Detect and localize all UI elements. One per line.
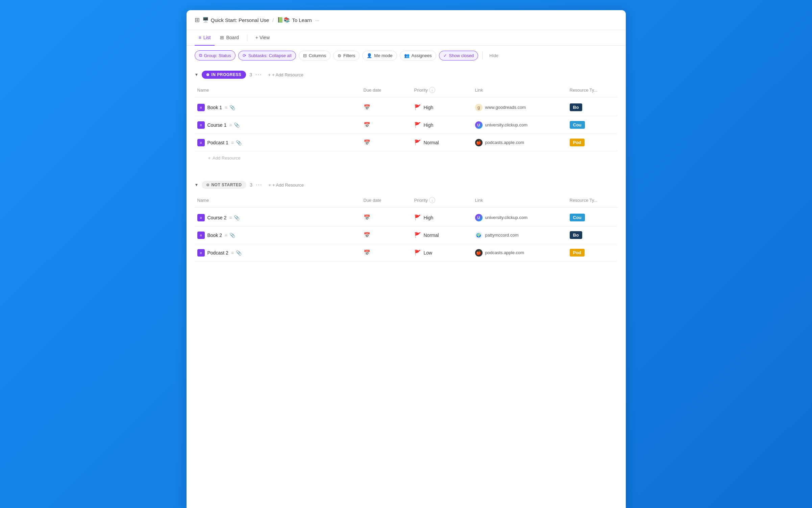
cell-name-course2: ≡ Course 2 ≡ 📎: [195, 211, 361, 224]
group-status-icon: ⧉: [199, 53, 202, 58]
more-options-icon[interactable]: ···: [315, 17, 320, 23]
link-icon-book2: 🌍: [475, 232, 483, 239]
subtasks-label: Subtasks: Collapse all: [248, 53, 292, 58]
section-in-progress-toggle[interactable]: ▼: [195, 72, 199, 77]
due-date-icon-book2[interactable]: 📅: [364, 232, 370, 238]
task-menu-icon[interactable]: ≡: [229, 215, 232, 220]
due-date-icon-course2[interactable]: 📅: [364, 214, 370, 221]
task-name-book1[interactable]: Book 1: [207, 105, 222, 110]
section-not-started-toggle[interactable]: ▼: [195, 183, 199, 187]
task-menu-icon[interactable]: ≡: [225, 105, 227, 110]
group-status-button[interactable]: ⧉ Group: Status: [195, 50, 236, 61]
task-menu-icon[interactable]: ≡: [225, 233, 227, 238]
priority-text-podcast2[interactable]: Low: [424, 250, 433, 256]
cell-priority-podcast1: 🚩 Normal: [412, 137, 472, 148]
add-resource-in-progress-row[interactable]: + Add Resource: [195, 151, 618, 162]
resource-type-badge-course1: Cou: [570, 121, 585, 129]
link-url-course1[interactable]: university.clickup.com: [485, 122, 527, 127]
add-view-label: + View: [255, 35, 270, 40]
tab-divider: [247, 34, 247, 41]
titlebar: ⊞ 🖥️ Quick Start: Personal Use / 📗📚 To L…: [187, 10, 626, 30]
col-priority-label: Priority: [414, 88, 428, 93]
hide-button[interactable]: Hide: [487, 51, 501, 60]
task-attach-icon[interactable]: 📎: [229, 105, 235, 110]
cell-name-course1: ≡ Course 1 ≡ 📎: [195, 119, 361, 131]
task-menu-icon[interactable]: ≡: [229, 122, 232, 128]
table-row: ≡ Podcast 1 ≡ 📎 📅 🚩 Normal 🍎 podcast: [195, 134, 618, 151]
assignees-button[interactable]: 👥 Assignees: [400, 51, 436, 61]
cell-priority-book1: 🚩 High: [412, 101, 472, 113]
priority-text-course1[interactable]: High: [424, 122, 434, 128]
columns-button[interactable]: ⊟ Columns: [299, 51, 330, 61]
due-date-icon-podcast1[interactable]: 📅: [364, 139, 370, 146]
add-view-button[interactable]: + View: [251, 30, 274, 46]
priority-text-course2[interactable]: High: [424, 215, 434, 220]
cell-due-date-book1[interactable]: 📅: [361, 101, 412, 113]
breadcrumb1-label[interactable]: Quick Start: Personal Use: [211, 17, 269, 23]
table-row: ≡ Course 1 ≡ 📎 📅 🚩 High U university.: [195, 116, 618, 134]
show-closed-button[interactable]: ✓ Show closed: [439, 51, 478, 61]
task-name-podcast1[interactable]: Podcast 1: [207, 140, 228, 145]
cell-due-date-podcast1[interactable]: 📅: [361, 137, 412, 148]
col-header-priority2[interactable]: Priority ↓: [412, 196, 472, 204]
col-priority-label2: Priority: [414, 198, 428, 203]
assignees-icon: 👥: [404, 53, 410, 58]
col-header-priority[interactable]: Priority ↓: [412, 86, 472, 94]
link-url-book1[interactable]: www.goodreads.com: [485, 105, 526, 110]
table-row: ≡ Book 1 ≡ 📎 📅 🚩 High g www.goodreads: [195, 99, 618, 116]
link-url-podcast1[interactable]: podcasts.apple.com: [485, 140, 524, 145]
link-url-book2[interactable]: pattymccord.com: [485, 233, 519, 238]
due-date-icon-course1[interactable]: 📅: [364, 122, 370, 128]
priority-text-podcast1[interactable]: Normal: [424, 140, 439, 145]
task-name-book2[interactable]: Book 2: [207, 233, 222, 238]
due-date-icon-book1[interactable]: 📅: [364, 104, 370, 111]
priority-text-book1[interactable]: High: [424, 105, 434, 110]
col-due-date-label: Due date: [364, 88, 382, 93]
section-in-progress: ▼ IN PROGRESS 3 ··· + + Add Resource Nam…: [195, 65, 618, 162]
priority-sort-icon[interactable]: ↓: [429, 87, 435, 93]
task-name-podcast2[interactable]: Podcast 2: [207, 250, 228, 256]
due-date-icon-podcast2[interactable]: 📅: [364, 249, 370, 256]
col-header-resource-type2: Resource Ty...: [567, 196, 618, 204]
task-icon-podcast1: ≡: [197, 139, 205, 146]
cell-resource-book1: Bo: [567, 101, 618, 114]
task-attach-icon[interactable]: 📎: [229, 233, 235, 238]
task-attach-icon[interactable]: 📎: [236, 250, 242, 256]
tab-list[interactable]: ≡ List: [195, 30, 215, 46]
section-in-progress-header: ▼ IN PROGRESS 3 ··· + + Add Resource: [195, 65, 618, 83]
priority-sort-icon2[interactable]: ↓: [429, 197, 435, 203]
task-actions-book2: ≡ 📎: [225, 233, 235, 238]
cell-due-date-book2[interactable]: 📅: [361, 229, 412, 241]
add-icon: +: [208, 155, 211, 161]
add-resource-not-started-button[interactable]: + + Add Resource: [266, 181, 306, 189]
filters-button[interactable]: ⊜ Filters: [333, 51, 360, 61]
task-menu-icon[interactable]: ≡: [231, 140, 234, 145]
link-url-podcast2[interactable]: podcasts.apple.com: [485, 250, 524, 255]
task-attach-icon[interactable]: 📎: [236, 140, 242, 145]
cell-due-date-course2[interactable]: 📅: [361, 212, 412, 223]
priority-text-book2[interactable]: Normal: [424, 233, 439, 238]
link-url-course2[interactable]: university.clickup.com: [485, 215, 527, 220]
task-name-course2[interactable]: Course 2: [207, 215, 227, 220]
cell-due-date-course1[interactable]: 📅: [361, 119, 412, 131]
task-menu-icon[interactable]: ≡: [231, 250, 234, 256]
cell-resource-podcast2: Pod: [567, 246, 618, 259]
task-actions-book1: ≡ 📎: [225, 105, 235, 110]
cell-due-date-podcast2[interactable]: 📅: [361, 247, 412, 259]
me-mode-button[interactable]: 👤 Me mode: [362, 51, 397, 61]
task-name-course1[interactable]: Course 1: [207, 122, 227, 128]
section-not-started-more[interactable]: ···: [256, 182, 262, 188]
board-tab-label: Board: [226, 35, 239, 40]
tab-board[interactable]: ⊞ Board: [216, 30, 243, 46]
sidebar-toggle-icon[interactable]: ⊞: [195, 16, 200, 24]
subtasks-button[interactable]: ⟳ Subtasks: Collapse all: [238, 51, 296, 61]
cell-resource-book2: Bo: [567, 228, 618, 242]
breadcrumb2-label[interactable]: To Learn: [292, 17, 312, 23]
status-label-in-progress: IN PROGRESS: [211, 72, 241, 77]
section-in-progress-more[interactable]: ···: [255, 72, 262, 78]
col-due-date-label2: Due date: [364, 198, 382, 203]
task-attach-icon[interactable]: 📎: [234, 122, 240, 128]
task-attach-icon[interactable]: 📎: [234, 215, 240, 220]
add-resource-in-progress-button[interactable]: + + Add Resource: [265, 71, 306, 79]
view-tabs: ≡ List ⊞ Board + View: [187, 30, 626, 46]
